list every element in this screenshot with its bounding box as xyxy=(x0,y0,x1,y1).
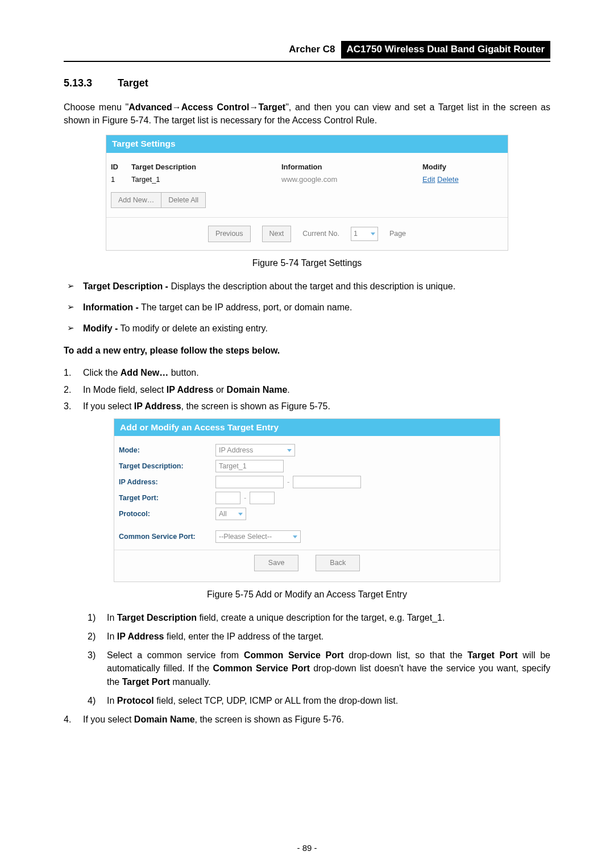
feature-bullets: Target Description - Displays the descri… xyxy=(64,280,550,335)
chevron-down-icon xyxy=(238,513,243,516)
col-modify-header: Modify xyxy=(422,162,502,173)
add-new-button[interactable]: Add New… xyxy=(111,192,161,208)
port-from-input[interactable] xyxy=(215,492,240,504)
form-title: Add or Modify an Access Target Entry xyxy=(114,419,500,436)
section-heading: 5.13.3 Target xyxy=(64,76,550,90)
range-dash: - xyxy=(244,493,246,504)
ip-label: IP Address: xyxy=(119,477,215,487)
sub-steps: In Target Description field, create a un… xyxy=(88,611,550,707)
current-no-label: Current No. xyxy=(302,229,339,239)
table-header-row: ID Target Description Information Modify xyxy=(111,161,503,174)
port-to-input[interactable] xyxy=(250,492,275,504)
numbered-steps: Click the Add New… button. In Mode field… xyxy=(64,366,550,413)
edit-link[interactable]: Edit xyxy=(422,175,435,184)
back-button[interactable]: Back xyxy=(316,555,360,571)
row-desc: Target_1 xyxy=(131,175,281,185)
next-button[interactable]: Next xyxy=(262,226,292,242)
section-title: Target xyxy=(118,77,148,89)
add-modify-panel: Add or Modify an Access Target Entry Mod… xyxy=(114,418,500,582)
add-entry-heading: To add a new entry, please follow the st… xyxy=(64,344,550,357)
mode-label: Mode: xyxy=(119,445,215,455)
figure-5-75-caption: Figure 5-75 Add or Modify an Access Targ… xyxy=(64,588,550,601)
table-row: 1 Target_1 www.google.com Edit Delete xyxy=(111,173,503,186)
target-desc-input[interactable]: Target_1 xyxy=(215,460,284,472)
ip-from-input[interactable] xyxy=(215,476,284,488)
page-label: Page xyxy=(389,229,406,239)
target-desc-label: Target Description: xyxy=(119,461,215,471)
target-settings-panel: Target Settings ID Target Description In… xyxy=(106,135,508,250)
device-title: AC1750 Wireless Dual Band Gigabit Router xyxy=(341,41,550,59)
chevron-down-icon xyxy=(293,535,297,538)
page-number: - 89 - xyxy=(0,842,614,854)
device-model: Archer C8 xyxy=(289,41,341,59)
mode-select[interactable]: IP Address xyxy=(215,444,295,456)
col-info-header: Information xyxy=(281,162,422,173)
chevron-down-icon xyxy=(287,449,292,452)
pager: Previous Next Current No. 1 Page xyxy=(111,223,503,245)
protocol-label: Protocol: xyxy=(119,509,215,519)
panel-title: Target Settings xyxy=(106,135,508,152)
previous-button[interactable]: Previous xyxy=(208,226,251,242)
section-number: 5.13.3 xyxy=(64,76,115,90)
page-select[interactable]: 1 xyxy=(351,227,378,240)
figure-5-74-caption: Figure 5-74 Target Settings xyxy=(64,256,550,269)
page-header: Archer C8 AC1750 Wireless Dual Band Giga… xyxy=(64,41,550,62)
delete-link[interactable]: Delete xyxy=(437,175,459,184)
row-id: 1 xyxy=(111,175,131,185)
delete-all-button[interactable]: Delete All xyxy=(161,192,206,208)
row-info: www.google.com xyxy=(281,175,422,185)
col-desc-header: Target Description xyxy=(131,162,281,173)
range-dash: - xyxy=(287,477,289,488)
intro-paragraph: Choose menu "Advanced→Access Control→Tar… xyxy=(64,101,550,127)
chevron-down-icon xyxy=(371,232,375,235)
csp-label: Common Service Port: xyxy=(119,531,215,542)
ip-to-input[interactable] xyxy=(293,476,361,488)
port-label: Target Port: xyxy=(119,493,215,503)
csp-select[interactable]: --Please Select-- xyxy=(215,530,301,543)
numbered-steps-cont: If you select Domain Name, the screen is… xyxy=(64,713,550,726)
col-id-header: ID xyxy=(111,162,131,173)
save-button[interactable]: Save xyxy=(254,555,299,571)
protocol-select[interactable]: All xyxy=(215,508,246,520)
